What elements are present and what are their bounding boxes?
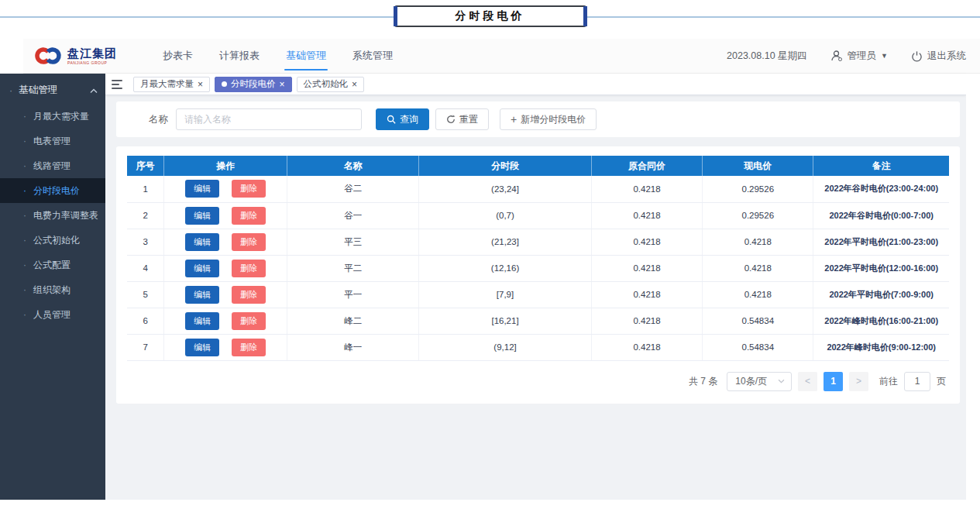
cell-remark: 2022年平时电价(21:00-23:00) xyxy=(813,229,949,255)
prev-page-button[interactable]: < xyxy=(798,372,817,391)
bullet-icon: · xyxy=(23,185,26,196)
user-menu[interactable]: 管理员 ▼ xyxy=(830,50,888,63)
nav-item-1[interactable]: 计算报表 xyxy=(218,39,261,74)
brand-logo-icon xyxy=(34,44,62,67)
column-header-2: 名称 xyxy=(287,156,419,176)
cell-name: 峰一 xyxy=(287,334,419,360)
cell-remark: 2022年谷时电价(23:00-24:00) xyxy=(813,176,949,202)
logout-button[interactable]: 退出系统 xyxy=(911,50,966,63)
cell-index: 2 xyxy=(127,202,164,229)
reset-button[interactable]: 重置 xyxy=(435,108,489,130)
next-page-button[interactable]: > xyxy=(849,372,868,391)
cell-contract-price: 0.4218 xyxy=(591,176,702,202)
brand-text: 盘江集团 PANJIANG GROUP xyxy=(67,47,117,65)
content: 名称 查询 xyxy=(105,95,966,404)
name-input[interactable] xyxy=(176,108,362,130)
delete-button[interactable]: 删除 xyxy=(232,207,266,225)
cell-period: [7,9] xyxy=(419,281,592,308)
scrollbar-track[interactable] xyxy=(966,74,980,500)
cell-index: 7 xyxy=(127,334,164,360)
edit-button[interactable]: 编辑 xyxy=(185,312,219,330)
sidebar-item-label: 线路管理 xyxy=(33,160,70,173)
cell-remark: 2022年峰时电价(9:00-12:00) xyxy=(813,334,949,360)
page-size-select[interactable]: 10条/页 xyxy=(727,372,792,391)
name-label: 名称 xyxy=(149,113,168,126)
tab-1[interactable]: 分时段电价× xyxy=(215,77,292,92)
query-button[interactable]: 查询 xyxy=(376,108,429,130)
goto-page-input[interactable] xyxy=(904,372,930,391)
cell-contract-price: 0.4218 xyxy=(591,255,702,281)
bullet-icon: · xyxy=(23,235,26,246)
sidebar-item-0[interactable]: ·月最大需求量 xyxy=(0,104,105,129)
cell-remark: 2022年平时电价(12:00-16:00) xyxy=(813,255,949,281)
page-1-button[interactable]: 1 xyxy=(824,372,843,391)
app-window: 盘江集团 PANJIANG GROUP 抄表卡计算报表基础管理系统管理 2023… xyxy=(0,39,980,500)
nav-item-3[interactable]: 系统管理 xyxy=(351,39,394,74)
add-time-price-button[interactable]: + 新增分时段电价 xyxy=(500,108,597,130)
bullet-icon: · xyxy=(23,309,26,320)
cell-actions: 编辑删除 xyxy=(164,308,287,334)
sidebar-item-8[interactable]: ·人员管理 xyxy=(0,302,105,327)
sidebar-item-1[interactable]: ·电表管理 xyxy=(0,129,105,153)
cell-current-price: 0.4218 xyxy=(703,281,813,308)
sidebar-item-6[interactable]: ·公式配置 xyxy=(0,253,105,277)
delete-button[interactable]: 删除 xyxy=(232,339,266,356)
sidebar-item-3[interactable]: ·分时段电价 xyxy=(0,178,105,203)
close-icon[interactable]: × xyxy=(280,80,285,89)
table-row-7: 7编辑删除峰一(9,12]0.42180.548342022年峰时电价(9:00… xyxy=(127,334,949,360)
page-size-value: 10条/页 xyxy=(735,375,767,388)
nav-item-0[interactable]: 抄表卡 xyxy=(161,39,194,74)
cell-actions: 编辑删除 xyxy=(164,202,287,229)
edit-button[interactable]: 编辑 xyxy=(185,260,219,277)
delete-button[interactable]: 删除 xyxy=(232,286,266,304)
table-row-2: 2编辑删除谷一(0,7)0.42180.295262022年谷时电价(0:00-… xyxy=(127,202,949,229)
sidebar-item-4[interactable]: ·电费力率调整表 xyxy=(0,203,105,228)
sidebar-item-5[interactable]: ·公式初始化 xyxy=(0,228,105,253)
column-header-5: 现电价 xyxy=(703,156,813,176)
sidebar-item-label: 月最大需求量 xyxy=(33,110,89,123)
tab-list: 月最大需求量×分时段电价×公式初始化× xyxy=(133,76,369,92)
close-icon[interactable]: × xyxy=(198,80,203,89)
app-header: 盘江集团 PANJIANG GROUP 抄表卡计算报表基础管理系统管理 2023… xyxy=(23,39,980,74)
sidebar-item-label: 分时段电价 xyxy=(33,184,80,198)
sidebar-item-label: 公式配置 xyxy=(33,259,70,272)
close-icon[interactable]: × xyxy=(352,80,357,89)
hamburger-icon[interactable] xyxy=(112,80,129,89)
edit-button[interactable]: 编辑 xyxy=(185,207,219,225)
table-row-6: 6编辑删除峰二[16,21]0.42180.548342022年峰时电价(16:… xyxy=(127,308,949,334)
table-row-1: 1编辑删除谷二(23,24]0.42180.295262022年谷时电价(23:… xyxy=(127,176,949,202)
tags-bar: 月最大需求量×分时段电价×公式初始化× xyxy=(105,74,966,95)
delete-button[interactable]: 删除 xyxy=(232,233,266,251)
delete-button[interactable]: 删除 xyxy=(232,260,266,277)
cell-name: 平二 xyxy=(287,255,419,281)
cell-period: [16,21] xyxy=(419,308,592,334)
delete-button[interactable]: 删除 xyxy=(232,312,266,330)
tab-2[interactable]: 公式初始化× xyxy=(297,77,365,92)
edit-button[interactable]: 编辑 xyxy=(185,339,219,356)
cell-current-price: 0.29526 xyxy=(703,176,813,202)
page-title: 分时段电价 xyxy=(456,9,525,23)
cell-name: 平一 xyxy=(287,281,419,308)
pagination: 共 7 条 10条/页 < 1 > 前往 xyxy=(127,372,949,391)
refresh-icon xyxy=(446,115,456,124)
column-header-6: 备注 xyxy=(813,156,949,176)
sidebar: · 基础管理 ·月最大需求量·电表管理·线路管理·分时段电价·电费力率调整表·公… xyxy=(0,74,105,500)
nav-item-2[interactable]: 基础管理 xyxy=(284,39,328,74)
sidebar-group-basic-mgmt[interactable]: · 基础管理 xyxy=(0,77,105,104)
delete-button[interactable]: 删除 xyxy=(232,180,266,198)
cell-actions: 编辑删除 xyxy=(164,255,287,281)
cell-current-price: 0.4218 xyxy=(703,255,813,281)
header-right: 2023.08.10 星期四 管理员 ▼ 退出系统 xyxy=(727,50,966,63)
tab-label: 月最大需求量 xyxy=(140,78,194,90)
app-body: · 基础管理 ·月最大需求量·电表管理·线路管理·分时段电价·电费力率调整表·公… xyxy=(0,74,980,500)
sidebar-item-label: 电费力率调整表 xyxy=(33,209,98,222)
cell-period: (12,16) xyxy=(419,255,592,281)
edit-button[interactable]: 编辑 xyxy=(185,233,219,251)
edit-button[interactable]: 编辑 xyxy=(185,180,219,198)
chevron-up-icon xyxy=(90,85,98,96)
tab-0[interactable]: 月最大需求量× xyxy=(133,77,210,92)
sidebar-item-2[interactable]: ·线路管理 xyxy=(0,153,105,178)
bullet-icon: · xyxy=(23,210,26,221)
sidebar-item-7[interactable]: ·组织架构 xyxy=(0,277,105,302)
edit-button[interactable]: 编辑 xyxy=(185,286,219,304)
